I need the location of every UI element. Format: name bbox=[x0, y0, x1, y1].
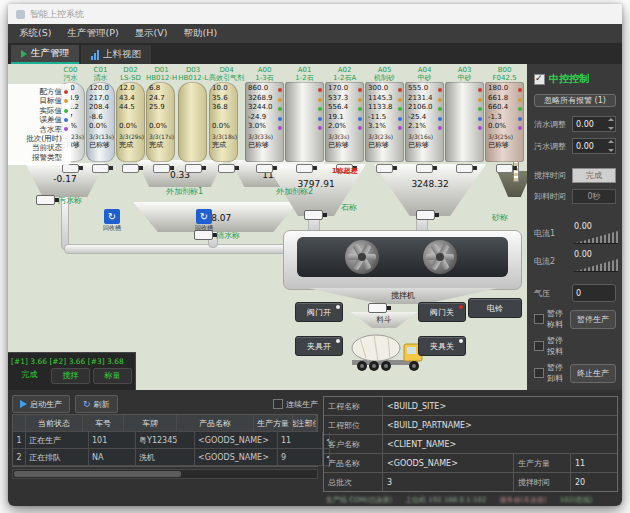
clamp-close-button[interactable]: 夹具关 bbox=[418, 336, 466, 356]
tab[interactable]: 生产管理 bbox=[11, 45, 79, 64]
recycle-tank-left[interactable]: ↻ 回收槽 bbox=[102, 209, 122, 231]
checkbox-icon bbox=[534, 314, 544, 324]
mixer-paddle-icon bbox=[423, 240, 457, 274]
silo-header: C00污水 bbox=[56, 66, 85, 82]
table-header-cell: 当前状态 bbox=[26, 415, 83, 432]
silo-name: 1-2石 bbox=[285, 74, 324, 82]
table-cell: 2 bbox=[13, 449, 26, 466]
scrollbar-thumb[interactable] bbox=[14, 471, 181, 477]
current2-label: 电流2 bbox=[534, 256, 569, 267]
pause-weigh-label: 暂停称料 bbox=[547, 308, 565, 330]
tab-bar: 生产管理上料视图 bbox=[8, 43, 622, 64]
silo-valve-icon[interactable] bbox=[256, 164, 273, 173]
legend-row: 批次(用时) bbox=[8, 134, 68, 143]
sand-scale-label: 砂称 bbox=[492, 212, 508, 223]
sewage-adjust-input[interactable]: 0.00 bbox=[572, 138, 616, 154]
pause-discharge-checkbox[interactable]: 暂停卸料 bbox=[534, 362, 565, 384]
current2-meter: 0.00 bbox=[572, 250, 618, 272]
silo-header: A04中砂 bbox=[405, 66, 444, 82]
mix-button[interactable]: 搅拌 bbox=[51, 368, 90, 384]
indicator-icon bbox=[459, 305, 463, 309]
silo-valve-icon[interactable] bbox=[185, 164, 202, 173]
silo: A001-3石 860.03268.93244.0-24.93.0%3/3(33… bbox=[245, 66, 284, 173]
menu-item[interactable]: 生产管理(P) bbox=[60, 25, 125, 42]
central-control-label: 中控控制 bbox=[549, 72, 589, 86]
valve-widget[interactable] bbox=[194, 230, 213, 240]
meter-icon bbox=[572, 231, 618, 244]
clamp-open-label: 夹具开 bbox=[307, 341, 331, 352]
silo-valve-icon[interactable] bbox=[456, 164, 473, 173]
checkbox-icon bbox=[534, 341, 544, 351]
pause-discharge-label: 暂停卸料 bbox=[547, 362, 565, 384]
clamp-open-button[interactable]: 夹具开 bbox=[295, 336, 343, 356]
valve-widget[interactable] bbox=[304, 210, 323, 220]
silo-valve-icon[interactable] bbox=[92, 164, 109, 173]
bottom-section: 启动生产 ↻刷新 连续生产 当前状态车号车牌产品名称生产方量浇注部位 1正在生产… bbox=[8, 390, 622, 506]
legend-label: 含水率 bbox=[40, 125, 63, 134]
recycle-icon: ↻ bbox=[104, 209, 120, 224]
powder-scale-hopper bbox=[497, 171, 527, 197]
silo-body bbox=[285, 82, 324, 162]
silo-valve-icon[interactable] bbox=[62, 164, 79, 173]
silo-body: 120.0217.0208.4-8.60.0%3/3(13s)已称够 bbox=[86, 82, 115, 162]
table-row[interactable]: 1正在生产101粤Y12345<GOODS_NAME>11<BUILD_PART… bbox=[13, 432, 317, 449]
horizontal-scrollbar[interactable] bbox=[12, 469, 318, 479]
silo-name: HB012-H bbox=[146, 74, 177, 82]
silo-valve-icon[interactable] bbox=[376, 164, 393, 173]
central-control-toggle[interactable]: 中控控制 bbox=[534, 72, 616, 86]
tab[interactable]: 上料视图 bbox=[81, 45, 151, 64]
valve-widget[interactable] bbox=[368, 303, 387, 313]
recycle-tank-right[interactable]: ↻ 回收槽 bbox=[194, 209, 214, 231]
silo-valve-icon[interactable] bbox=[496, 164, 513, 173]
sewage-adjust-label: 污水调整 bbox=[534, 141, 569, 152]
silo-header: D01HB012-H bbox=[146, 66, 177, 82]
stop-production-button[interactable]: 终止生产 bbox=[570, 364, 616, 383]
silo-name: 1-3石 bbox=[245, 74, 284, 82]
refresh-button[interactable]: ↻刷新 bbox=[75, 395, 118, 413]
table-header-row: 当前状态车号车牌产品名称生产方量浇注部位 bbox=[13, 415, 317, 432]
silo-valve-icon[interactable] bbox=[218, 164, 235, 173]
valve-close-button[interactable]: 阀门关 bbox=[418, 302, 466, 322]
weigh-button[interactable]: 称量 bbox=[93, 368, 132, 384]
sewage-adjust-value: 0.00 bbox=[576, 142, 594, 151]
bell-button[interactable]: 电铃 bbox=[468, 298, 522, 318]
spinner-icon[interactable] bbox=[607, 140, 614, 152]
ignore-alarms-button[interactable]: 忽略所有报警 (1) bbox=[534, 94, 616, 107]
silo-valve-icon[interactable] bbox=[416, 164, 433, 173]
silo-valve-icon[interactable] bbox=[153, 164, 170, 173]
title-bar: 智能上控系统 bbox=[8, 4, 622, 24]
pause-weigh-checkbox[interactable]: 暂停称料 bbox=[534, 308, 565, 330]
stone-scale-label: 石称 bbox=[341, 202, 357, 213]
table-cell: 洗机 bbox=[136, 449, 195, 466]
silo-valve-icon[interactable] bbox=[296, 164, 313, 173]
water-adjust-label: 清水调整 bbox=[534, 119, 569, 130]
pause-production-button[interactable]: 暂停生产 bbox=[570, 310, 616, 329]
info-row: 总批次3搅拌时间20 bbox=[324, 473, 617, 491]
valve-open-button[interactable]: 阀门开 bbox=[295, 302, 343, 322]
meter-icon bbox=[572, 259, 618, 272]
legend-label: 实际值 bbox=[40, 106, 63, 115]
silo-valve-icon[interactable] bbox=[122, 164, 139, 173]
silo-dots bbox=[318, 88, 322, 130]
menu-item[interactable]: 系统(S) bbox=[12, 25, 58, 42]
continuous-production-checkbox[interactable]: 连续生产 bbox=[273, 399, 318, 410]
silo-name: LS-SD bbox=[116, 74, 145, 82]
silo-dots bbox=[278, 88, 282, 130]
water-adjust-input[interactable]: 0.00 bbox=[572, 116, 616, 132]
table-cell: <GOODS_NAME> bbox=[195, 432, 278, 449]
info-value: 3 bbox=[383, 478, 513, 487]
queue-toolbar: 启动生产 ↻刷新 连续生产 bbox=[12, 394, 318, 414]
table-row[interactable]: 2正在排队NA洗机<GOODS_NAME>9<BUILD_PARTNAME> bbox=[13, 449, 317, 466]
valve-widget[interactable] bbox=[416, 210, 435, 220]
indicator-icon bbox=[336, 339, 340, 343]
menu-item[interactable]: 帮助(H) bbox=[177, 25, 225, 42]
play-icon bbox=[20, 400, 27, 408]
mix-time-progress: 完成 bbox=[572, 168, 616, 183]
start-production-button[interactable]: 启动生产 bbox=[12, 395, 70, 413]
spinner-icon[interactable] bbox=[607, 118, 614, 130]
silo-code: C00 bbox=[56, 66, 85, 74]
legend-label: 批次(用时) bbox=[26, 134, 62, 143]
menu-item[interactable]: 显示(V) bbox=[128, 25, 175, 42]
pause-feed-checkbox[interactable]: 暂停投料 bbox=[534, 335, 565, 357]
valve-widget[interactable] bbox=[36, 195, 55, 205]
